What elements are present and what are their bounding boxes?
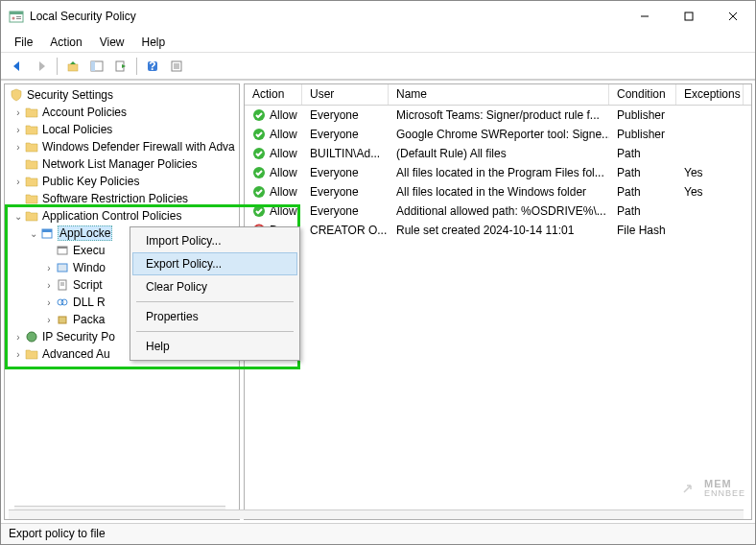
cell-condition: Path <box>609 165 676 180</box>
context-clear[interactable]: Clear Policy <box>132 275 297 298</box>
svg-point-30 <box>27 332 36 342</box>
scrollbar-horizontal[interactable] <box>244 509 744 519</box>
svg-rect-11 <box>91 61 95 71</box>
cell-action: Allow <box>245 107 302 123</box>
context-separator <box>136 301 294 302</box>
window: Local Security Policy File Action View H… <box>0 0 756 545</box>
list-body: AllowEveryoneMicrosoft Teams: Signer/pro… <box>245 106 751 240</box>
svg-rect-20 <box>42 229 52 232</box>
folder-icon <box>24 106 39 119</box>
svg-rect-9 <box>68 64 78 71</box>
cell-condition: Path <box>609 184 676 200</box>
chevron-right-icon: › <box>43 297 55 308</box>
cell-action: Allow <box>245 203 302 219</box>
list-row[interactable]: DenyCREATOR O...Rule set created 2024-10… <box>245 221 751 240</box>
chevron-right-icon: › <box>12 332 24 343</box>
tree-item-network[interactable]: Network List Manager Policies <box>5 155 239 173</box>
column-exceptions[interactable]: Exceptions <box>676 84 744 105</box>
cell-exceptions <box>676 229 744 231</box>
rule-icon <box>55 244 70 257</box>
column-action[interactable]: Action <box>245 84 302 105</box>
cell-name: Additional allowed path: %OSDRIVE%\... <box>389 203 609 219</box>
list-row[interactable]: AllowEveryoneAll files located in the Pr… <box>245 163 751 182</box>
context-menu: Import Policy... Export Policy... Clear … <box>130 226 300 361</box>
svg-rect-23 <box>58 264 67 272</box>
back-button[interactable] <box>7 56 28 77</box>
list-row[interactable]: AllowEveryoneGoogle Chrome SWReporter to… <box>245 125 751 144</box>
list-row[interactable]: AllowEveryoneMicrosoft Teams: Signer/pro… <box>245 106 751 125</box>
context-help[interactable]: Help <box>132 335 297 358</box>
column-user[interactable]: User <box>302 84 389 105</box>
menu-file[interactable]: File <box>7 34 40 51</box>
export-list-button[interactable] <box>110 56 131 77</box>
properties-button[interactable] <box>166 56 187 77</box>
cell-name: All files located in the Program Files f… <box>389 165 609 180</box>
tree-item-srp[interactable]: Software Restriction Policies <box>5 190 239 207</box>
cell-action: Allow <box>245 127 302 142</box>
cell-condition: Publisher <box>609 107 676 123</box>
minimize-button[interactable] <box>623 1 667 32</box>
titlebar: Local Security Policy <box>1 1 755 32</box>
cell-name: Rule set created 2024-10-14 11:01 <box>389 223 609 238</box>
context-import[interactable]: Import Policy... <box>132 229 297 252</box>
tree-item-account[interactable]: ›Account Policies <box>5 104 239 121</box>
list-row[interactable]: AllowEveryoneAll files located in the Wi… <box>245 182 751 201</box>
cell-condition: Path <box>609 203 676 219</box>
context-properties[interactable]: Properties <box>132 305 297 328</box>
chevron-right-icon: › <box>12 142 24 153</box>
forward-button[interactable] <box>31 56 52 77</box>
folder-icon <box>24 123 39 136</box>
cell-exceptions: Yes <box>676 165 744 180</box>
list-row[interactable]: AllowBUILTIN\Ad...(Default Rule) All fil… <box>245 144 751 163</box>
chevron-right-icon: › <box>12 349 24 360</box>
tree-item-firewall[interactable]: ›Windows Defender Firewall with Adva <box>5 138 239 155</box>
cell-condition: Path <box>609 146 676 161</box>
statusbar: Export policy to file <box>1 523 755 544</box>
list-pane[interactable]: Action User Name Condition Exceptions Al… <box>244 83 752 520</box>
chevron-right-icon: › <box>43 280 55 291</box>
tree-item-acp[interactable]: ⌄Application Control Policies <box>5 207 239 225</box>
svg-rect-6 <box>685 12 693 20</box>
cell-user: Everyone <box>302 203 389 219</box>
cell-user: Everyone <box>302 127 389 142</box>
maximize-button[interactable] <box>667 1 711 32</box>
status-text: Export policy to file <box>9 527 106 540</box>
help-button[interactable]: ? <box>142 56 163 77</box>
list-row[interactable]: AllowEveryoneAdditional allowed path: %O… <box>245 201 751 221</box>
svg-rect-22 <box>58 247 67 249</box>
svg-text:?: ? <box>149 59 155 73</box>
svg-point-2 <box>12 17 15 20</box>
cell-exceptions <box>676 153 744 154</box>
tree-item-pubkey[interactable]: ›Public Key Policies <box>5 173 239 190</box>
up-button[interactable] <box>62 56 83 77</box>
ipsec-icon <box>24 330 39 344</box>
cell-name: Microsoft Teams: Signer/product rule f..… <box>389 107 609 123</box>
cell-exceptions <box>676 133 744 135</box>
rule-icon <box>55 313 70 326</box>
tree-item-local[interactable]: ›Local Policies <box>5 121 239 138</box>
folder-icon <box>24 140 39 154</box>
column-condition[interactable]: Condition <box>609 84 676 105</box>
cell-exceptions <box>676 210 744 212</box>
menu-action[interactable]: Action <box>42 34 89 51</box>
chevron-right-icon: › <box>12 125 24 135</box>
context-export[interactable]: Export Policy... <box>132 252 297 275</box>
close-button[interactable] <box>711 1 755 32</box>
show-hide-tree-button[interactable] <box>86 56 107 77</box>
cell-user: Everyone <box>302 184 389 200</box>
tree-root[interactable]: Security Settings <box>5 86 239 104</box>
svg-rect-1 <box>10 12 23 14</box>
column-name[interactable]: Name <box>389 84 609 105</box>
chevron-right-icon: › <box>12 177 24 187</box>
svg-rect-4 <box>16 18 21 19</box>
applocker-icon <box>39 226 55 240</box>
folder-icon <box>24 192 39 205</box>
context-separator <box>136 331 294 332</box>
chevron-right-icon: › <box>12 107 24 118</box>
chevron-right-icon: › <box>43 315 55 325</box>
cell-action: Allow <box>245 165 302 180</box>
menu-help[interactable]: Help <box>134 34 174 51</box>
menu-view[interactable]: View <box>92 34 132 51</box>
svg-rect-29 <box>59 317 66 323</box>
cell-name: (Default Rule) All files <box>389 146 609 161</box>
